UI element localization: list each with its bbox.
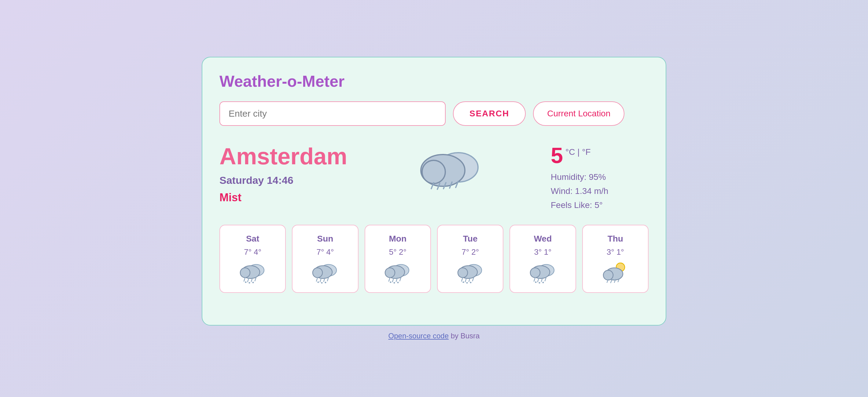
forecast-weather-icon <box>457 261 484 285</box>
footer-suffix: by Busra <box>449 332 479 340</box>
svg-point-35 <box>390 282 392 283</box>
temperature-display: 5 °C | °F <box>551 143 649 168</box>
forecast-day-label: Mon <box>389 234 407 244</box>
svg-point-26 <box>321 282 322 284</box>
svg-point-30 <box>385 268 395 277</box>
svg-point-57 <box>542 282 544 284</box>
app-title: Weather-o-Meter <box>219 72 649 90</box>
forecast-weather-icon <box>239 261 267 285</box>
temp-value: 5 <box>551 143 563 168</box>
forecast-card: Sun7° 4° <box>292 225 358 293</box>
city-info: Amsterdam Saturday 14:46 Mist <box>219 143 347 204</box>
svg-point-50 <box>530 268 540 277</box>
forecast-weather-icon <box>384 261 411 285</box>
city-name: Amsterdam <box>219 143 347 169</box>
weather-stats: 5 °C | °F Humidity: 95% Wind: 1.34 m/h F… <box>551 143 649 210</box>
forecast-day-label: Thu <box>608 234 623 244</box>
forecast-row: Sat7° 4° Sun7° 4° <box>219 225 649 293</box>
city-condition: Mist <box>219 191 347 204</box>
search-input[interactable] <box>219 101 445 126</box>
forecast-weather-icon <box>601 261 629 285</box>
wind-stat: Wind: 1.34 m/h <box>551 186 649 196</box>
forecast-temps: 7° 2° <box>462 247 479 257</box>
city-datetime: Saturday 14:46 <box>219 174 347 186</box>
svg-point-56 <box>538 282 540 284</box>
forecast-card: Sat7° 4° <box>219 225 286 293</box>
search-row: SEARCH Current Location <box>219 101 649 126</box>
footer: Open-source code by Busra <box>389 332 480 340</box>
svg-point-46 <box>466 282 468 284</box>
forecast-temps: 3° 1° <box>534 247 552 257</box>
svg-line-51 <box>534 277 535 281</box>
feels-like-stat: Feels Like: 5° <box>551 200 649 210</box>
cloud-mist-icon <box>415 143 483 192</box>
forecast-temps: 3° 1° <box>607 247 624 257</box>
svg-line-42 <box>465 278 466 282</box>
svg-line-52 <box>537 278 539 282</box>
svg-point-16 <box>248 282 250 284</box>
temp-units: °C | °F <box>565 147 591 157</box>
source-code-link[interactable]: Open-source code <box>389 332 449 340</box>
svg-line-31 <box>389 277 390 281</box>
forecast-temps: 5° 2° <box>389 247 406 257</box>
forecast-card: Tue7° 2° <box>437 225 503 293</box>
svg-line-11 <box>244 277 245 281</box>
svg-point-45 <box>462 282 464 283</box>
forecast-card: Thu3° 1° <box>582 225 649 293</box>
svg-point-20 <box>313 268 322 277</box>
svg-line-41 <box>462 277 463 281</box>
svg-line-21 <box>316 277 317 281</box>
svg-point-17 <box>252 282 254 284</box>
forecast-day-label: Wed <box>534 234 552 244</box>
svg-point-27 <box>324 282 326 284</box>
current-location-button[interactable]: Current Location <box>533 101 624 126</box>
humidity-stat: Humidity: 95% <box>551 172 649 182</box>
forecast-temps: 7° 4° <box>244 247 261 257</box>
svg-point-15 <box>245 282 246 283</box>
forecast-day-label: Sun <box>317 234 334 244</box>
forecast-temps: 7° 4° <box>317 247 334 257</box>
svg-point-36 <box>394 282 395 284</box>
forecast-card: Wed3° 1° <box>509 225 576 293</box>
main-weather-icon <box>347 143 551 192</box>
svg-line-32 <box>393 278 394 282</box>
svg-line-12 <box>248 278 249 282</box>
forecast-day-label: Tue <box>463 234 478 244</box>
svg-line-62 <box>611 280 612 283</box>
svg-point-10 <box>240 268 250 277</box>
forecast-weather-icon <box>311 261 339 285</box>
search-button[interactable]: SEARCH <box>453 101 526 126</box>
current-weather-section: Amsterdam Saturday 14:46 Mist 5 <box>219 136 649 210</box>
svg-point-25 <box>317 282 319 283</box>
svg-point-60 <box>603 270 613 280</box>
svg-line-22 <box>320 278 321 282</box>
forecast-card: Mon5° 2° <box>365 225 431 293</box>
svg-point-37 <box>397 282 399 284</box>
main-card: Weather-o-Meter SEARCH Current Location … <box>202 57 666 326</box>
svg-point-2 <box>422 160 445 184</box>
forecast-weather-icon <box>529 261 557 285</box>
svg-point-40 <box>458 268 468 277</box>
svg-point-47 <box>470 282 471 284</box>
svg-point-55 <box>535 282 536 283</box>
forecast-day-label: Sat <box>246 234 259 244</box>
